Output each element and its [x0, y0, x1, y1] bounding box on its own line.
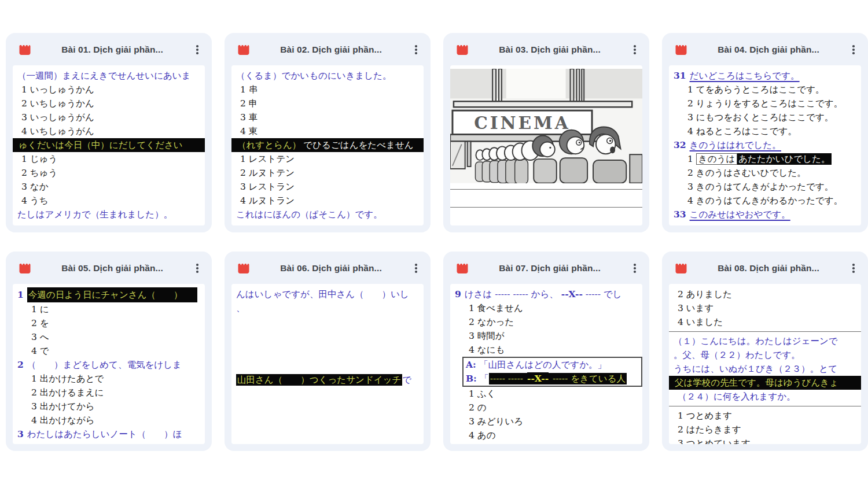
text-segment: --X-- — [527, 372, 549, 384]
kebab-menu-icon[interactable] — [630, 262, 640, 274]
video-file-icon — [236, 261, 251, 275]
kebab-menu-icon[interactable] — [411, 44, 421, 56]
thumb-text-line: 1 じゅう — [17, 152, 200, 166]
thumb-text-line: 1 ふく — [455, 387, 638, 401]
thumb-text-line: 2 いちしゅうかん — [17, 97, 200, 110]
thumbnail[interactable]: 31だいどころはこちらです。1 てをあらうところはここです。2 りょうりをすると… — [669, 65, 861, 225]
cinema-sign-text: CINEMA — [474, 113, 571, 133]
thumbnail[interactable]: 2 ありました3 います4 いました（１）こんにちは。わたしはジェーンで。父、母… — [669, 284, 861, 444]
thumbnail[interactable]: CINEMA — [450, 65, 642, 225]
text-segment: 4 ルヌトラン — [240, 195, 295, 206]
text-segment: このみせはやおやです。 — [690, 209, 790, 220]
thumb-text-line: ゅくだいは今日（中）にだしてください — [13, 138, 205, 152]
text-segment: （ ）まどをしめて、電気をけしま — [27, 360, 182, 370]
thumbnail[interactable]: （一週間）まえにえきでせんせいにあいま1 いっしゅうかん2 いちしゅうかん3 い… — [13, 65, 205, 225]
text-segment: 2 りょうりをするところはここです。 — [687, 98, 843, 109]
card-header: Bài 01. Dịch giải phần... — [6, 33, 212, 63]
thumb-text-line: 4 ルヌトラン — [236, 194, 419, 208]
text-segment: 父は学校の先生です。母はゆうびんきょ — [674, 377, 840, 389]
thumbnail[interactable]: 9けさは ----- ----- から、 --X-- ----- でし1 食べま… — [450, 284, 642, 444]
text-segment: 3 時間が — [469, 331, 505, 341]
thumb-text-line: んはいしゃですが、田中さん（ ）いし — [236, 287, 419, 301]
file-card[interactable]: Bài 02. Dịch giải phần... （くるま）でかいものにいきま… — [225, 33, 431, 232]
kebab-menu-icon[interactable] — [630, 44, 640, 56]
thumb-text-line: 3 車 — [236, 110, 419, 124]
card-title: Bài 05. Dịch giải phần... — [38, 263, 186, 273]
file-card[interactable]: Bài 01. Dịch giải phần... （一週間）まえにえきでせんせ… — [6, 33, 212, 232]
thumbnail[interactable]: んはいしゃですが、田中さん（ ）いし、山田さん（ ）つくったサンドイッチで — [231, 284, 424, 444]
file-card[interactable]: Bài 05. Dịch giải phần... 1今週の日よう日にチャンさん… — [6, 252, 212, 451]
text-segment: 2 ルヌトテン — [240, 168, 295, 178]
text-segment: 4 うち — [21, 195, 49, 206]
thumb-text-line: （れすとらん）でひるごはんをたべません — [231, 138, 424, 152]
text-segment: 3 います — [678, 303, 713, 313]
thumb-text-line: 父は学校の先生です。母はゆうびんきょ — [669, 376, 861, 390]
text-segment: で — [402, 375, 411, 385]
text-segment: んはいしゃですが、田中さん（ ）いし — [236, 289, 409, 299]
text-segment: 、 — [236, 303, 245, 313]
thumb-text-line: うちには、いぬが１びき（２３）。とて — [674, 362, 856, 376]
video-file-icon — [455, 261, 470, 275]
text-segment: 2 ありました — [678, 289, 732, 299]
text-segment: ----- ----- — [489, 373, 527, 384]
text-segment: 4 きのうはてんきがわるかったです。 — [687, 195, 843, 206]
text-segment: （くるま）でかいものにいきました。 — [236, 71, 392, 81]
card-title: Bài 02. Dịch giải phần... — [257, 45, 405, 55]
thumb-text-line: 4 きのうはてんきがわるかったです。 — [674, 194, 856, 208]
spacer — [455, 183, 638, 187]
question-number: 9 — [455, 289, 461, 299]
text-segment: 3 にもつをおくところはここです。 — [687, 112, 833, 123]
thumb-text-line: 1 きのうはあたたかいひでした。 — [674, 152, 856, 166]
thumb-text-line: B: 「----- ----- --X-- ----- をきている人 — [462, 372, 642, 387]
card-header: Bài 02. Dịch giải phần... — [225, 33, 431, 63]
video-file-icon — [17, 43, 32, 57]
text-segment: 「山田さんはどの人ですか。」 — [479, 360, 606, 370]
thumb-text-line: 32きのうははれでした。 — [674, 138, 856, 152]
thumb-text-line: 2 なかった — [455, 315, 638, 329]
text-segment: あたたかいひでした。 — [737, 153, 831, 165]
text-segment: 4 東 — [240, 126, 258, 136]
thumbnail[interactable]: 1今週の日よう日にチャンさん（ ）1 に2 を3 へ4 で2（ ）まどをしめて、… — [13, 284, 205, 444]
thumb-text-line: 3わたしはあたらしいノート（ ）ほ — [17, 427, 200, 441]
text-segment: 1 — [687, 154, 696, 164]
thumb-text-line: 1 出かけたあとで — [17, 372, 200, 386]
text-segment: 1 串 — [240, 84, 258, 95]
thumb-text-line: （一週間）まえにえきでせんせいにあいま — [17, 69, 200, 83]
kebab-menu-icon[interactable] — [192, 44, 203, 56]
text-segment: 「 — [480, 374, 489, 384]
kebab-menu-icon[interactable] — [192, 262, 203, 274]
thumb-text-line: 1 に — [17, 302, 200, 316]
text-segment: 4 なにも — [469, 345, 505, 355]
file-card[interactable]: Bài 06. Dịch giải phần... んはいしゃですが、田中さん（… — [225, 252, 431, 451]
thumb-text-line: 3 きのうはてんきがよかったです。 — [674, 180, 856, 194]
text-segment: でひるごはんをたべません — [302, 139, 414, 151]
text-segment: 2 きのうはさむいひでした。 — [687, 168, 806, 178]
text-segment: 1 つとめます — [678, 411, 732, 421]
card-header: Bài 07. Dịch giải phần... — [443, 252, 649, 282]
thumb-text-line: 3 レストラン — [236, 180, 419, 194]
text-segment: 2 申 — [240, 98, 258, 109]
kebab-menu-icon[interactable] — [411, 262, 421, 274]
spacer — [236, 387, 419, 442]
thumb-text-line: 4 東 — [236, 124, 419, 138]
thumb-text-line: （くるま）でかいものにいきました。 — [236, 69, 419, 83]
thumbnail[interactable]: （くるま）でかいものにいきました。1 串2 申3 車4 東（れすとらん）でひるご… — [231, 65, 424, 225]
text-segment: 4 ねるところはここです。 — [687, 126, 797, 136]
thumb-text-line: 3 時間が — [455, 329, 638, 343]
kebab-menu-icon[interactable] — [848, 262, 859, 274]
text-segment: わたしはあたらしいノート（ ）ほ — [27, 429, 182, 439]
kebab-menu-icon[interactable] — [848, 44, 859, 56]
file-card[interactable]: Bài 07. Dịch giải phần... 9けさは ----- ---… — [443, 252, 649, 451]
thumb-text-line: 3 つとめています — [674, 437, 856, 444]
text-segment: （れすとらん） — [236, 139, 302, 151]
text-segment: だいどころはこちらです。 — [690, 71, 800, 81]
file-card[interactable]: Bài 03. Dịch giải phần... CINEMA — [443, 33, 649, 232]
thumb-text-line: 2 りょうりをするところはここです。 — [674, 97, 856, 110]
text-segment: 2 なかった — [469, 317, 514, 327]
thumb-text-line: 4 出かけながら — [17, 413, 200, 427]
card-grid: Bài 01. Dịch giải phần... （一週間）まえにえきでせんせ… — [6, 33, 868, 451]
file-card[interactable]: Bài 04. Dịch giải phần... 31だいどころはこちらです。… — [662, 33, 868, 232]
text-segment: 2 いちしゅうかん — [21, 98, 94, 109]
file-card[interactable]: Bài 08. Dịch giải phần... 2 ありました3 います4 … — [662, 252, 868, 451]
text-segment: 3 いっしゅうがん — [21, 112, 94, 123]
